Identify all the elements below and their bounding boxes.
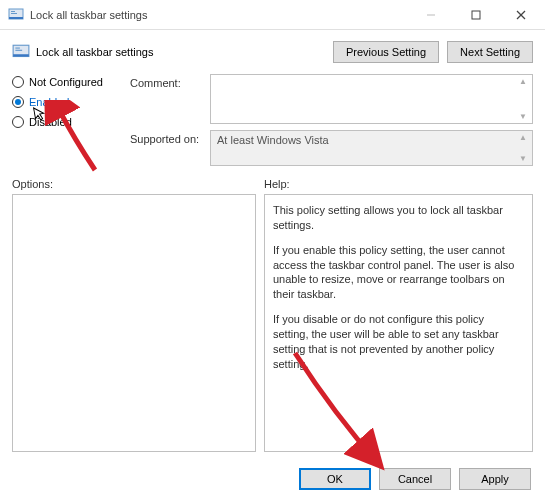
scrollbar[interactable]: ▲▼ bbox=[516, 77, 530, 121]
radio-label: Not Configured bbox=[29, 76, 103, 88]
supported-on-box: At least Windows Vista ▲▼ bbox=[210, 130, 533, 166]
supported-on-label: Supported on: bbox=[130, 130, 210, 166]
supported-on-value: At least Windows Vista bbox=[217, 134, 329, 146]
ok-button[interactable]: OK bbox=[299, 468, 371, 490]
scrollbar[interactable]: ▲▼ bbox=[516, 133, 530, 163]
minimize-button[interactable] bbox=[408, 1, 453, 29]
maximize-button[interactable] bbox=[453, 1, 498, 29]
policy-icon bbox=[12, 43, 30, 61]
svg-rect-9 bbox=[13, 54, 29, 56]
comment-label: Comment: bbox=[130, 74, 210, 124]
previous-setting-button[interactable]: Previous Setting bbox=[333, 41, 439, 63]
radio-icon bbox=[12, 96, 24, 108]
radio-enabled[interactable]: Enabled bbox=[12, 96, 122, 108]
radio-label: Disabled bbox=[29, 116, 72, 128]
svg-rect-2 bbox=[11, 11, 15, 12]
options-pane bbox=[12, 194, 256, 452]
options-label: Options: bbox=[12, 178, 264, 190]
next-setting-button[interactable]: Next Setting bbox=[447, 41, 533, 63]
titlebar: Lock all taskbar settings bbox=[0, 0, 545, 30]
comment-textarea[interactable]: ▲▼ bbox=[210, 74, 533, 124]
help-text: If you disable or do not configure this … bbox=[273, 312, 518, 371]
radio-disabled[interactable]: Disabled bbox=[12, 116, 122, 128]
help-pane: This policy setting allows you to lock a… bbox=[264, 194, 533, 452]
close-button[interactable] bbox=[498, 1, 543, 29]
radio-not-configured[interactable]: Not Configured bbox=[12, 76, 122, 88]
help-text: If you enable this policy setting, the u… bbox=[273, 243, 518, 302]
app-icon bbox=[8, 7, 24, 23]
apply-button[interactable]: Apply bbox=[459, 468, 531, 490]
window-controls bbox=[408, 1, 543, 29]
cancel-button[interactable]: Cancel bbox=[379, 468, 451, 490]
svg-rect-3 bbox=[11, 13, 17, 14]
help-label: Help: bbox=[264, 178, 290, 190]
radio-icon bbox=[12, 116, 24, 128]
svg-rect-5 bbox=[472, 11, 480, 19]
policy-title: Lock all taskbar settings bbox=[36, 46, 153, 58]
window-title: Lock all taskbar settings bbox=[30, 9, 408, 21]
help-text: This policy setting allows you to lock a… bbox=[273, 203, 518, 233]
svg-rect-11 bbox=[15, 50, 22, 51]
svg-rect-1 bbox=[9, 17, 23, 19]
svg-rect-10 bbox=[15, 48, 20, 49]
radio-icon bbox=[12, 76, 24, 88]
